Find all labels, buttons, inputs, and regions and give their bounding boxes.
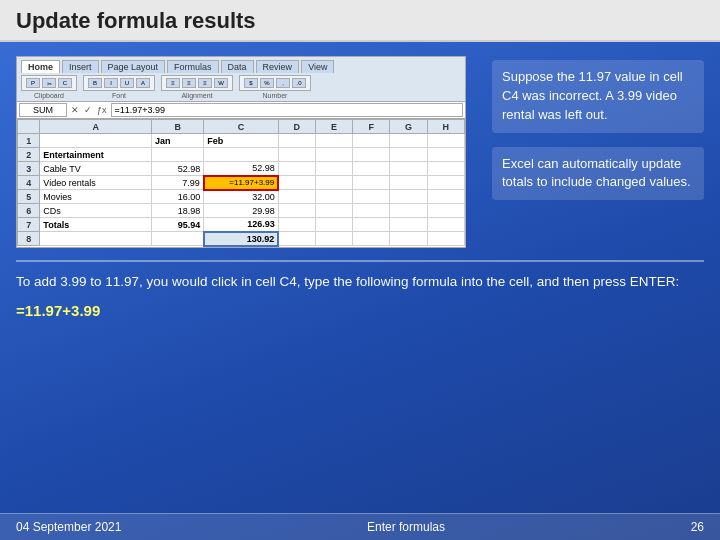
ribbon-tab-review[interactable]: Review [256,60,300,73]
cell-h8[interactable] [427,232,464,246]
bold-icon[interactable]: B [88,78,102,88]
cell-c2[interactable] [204,148,279,162]
percent-icon[interactable]: % [260,78,274,88]
cell-d4[interactable] [278,176,315,190]
paste-icon[interactable]: P [26,78,40,88]
cell-h5[interactable] [427,190,464,204]
cell-g7[interactable] [390,218,427,232]
fontsize-icon[interactable]: A [136,78,150,88]
cell-g4[interactable] [390,176,427,190]
info-text-1: Suppose the 11.97 value in cell C4 was i… [502,69,683,122]
cell-c1[interactable]: Feb [204,134,279,148]
cell-b2[interactable] [152,148,204,162]
comma-icon[interactable]: , [276,78,290,88]
currency-icon[interactable]: $ [244,78,258,88]
cell-f8[interactable] [353,232,390,246]
formula-input[interactable]: =11.97+3.99 [111,103,463,117]
ribbon-tab-insert[interactable]: Insert [62,60,99,73]
cell-b7[interactable]: 95.94 [152,218,204,232]
cell-f2[interactable] [353,148,390,162]
cell-c5[interactable]: 32.00 [204,190,279,204]
cell-a6[interactable]: CDs [40,204,152,218]
cell-e8[interactable] [315,232,352,246]
cell-h6[interactable] [427,204,464,218]
cell-e5[interactable] [315,190,352,204]
cell-b8[interactable] [152,232,204,246]
cell-a3[interactable]: Cable TV [40,162,152,176]
font-icons: B I U A [88,78,150,88]
cut-icon[interactable]: ✂ [42,78,56,88]
cell-a4[interactable]: Video rentals [40,176,152,190]
col-header-c: C [204,120,279,134]
cell-f5[interactable] [353,190,390,204]
copy-icon[interactable]: C [58,78,72,88]
cell-d7[interactable] [278,218,315,232]
cell-h2[interactable] [427,148,464,162]
cell-f7[interactable] [353,218,390,232]
align-right-icon[interactable]: ≡ [198,78,212,88]
cell-b6[interactable]: 18.98 [152,204,204,218]
cell-e4[interactable] [315,176,352,190]
underline-icon[interactable]: U [120,78,134,88]
cell-h4[interactable] [427,176,464,190]
col-header-e: E [315,120,352,134]
ribbon-tab-data[interactable]: Data [221,60,254,73]
cell-b3[interactable]: 52.98 [152,162,204,176]
cell-g5[interactable] [390,190,427,204]
cell-f1[interactable] [353,134,390,148]
ribbon-tab-formulas[interactable]: Formulas [167,60,219,73]
cell-d1[interactable] [278,134,315,148]
cell-a5[interactable]: Movies [40,190,152,204]
cell-h1[interactable] [427,134,464,148]
cell-c4[interactable]: =11.97+3.99 [204,176,279,190]
cell-d5[interactable] [278,190,315,204]
cell-d2[interactable] [278,148,315,162]
cell-f6[interactable] [353,204,390,218]
cell-g1[interactable] [390,134,427,148]
cell-f4[interactable] [353,176,390,190]
cell-a2[interactable]: Entertainment [40,148,152,162]
cell-d8[interactable] [278,232,315,246]
clipboard-group: P ✂ C [21,75,77,91]
cell-c7[interactable]: 126.93 [204,218,279,232]
cell-d6[interactable] [278,204,315,218]
wrap-icon[interactable]: W [214,78,228,88]
align-left-icon[interactable]: ≡ [166,78,180,88]
name-box[interactable]: SUM [19,103,67,117]
ribbon-tab-view[interactable]: View [301,60,334,73]
cell-f3[interactable] [353,162,390,176]
cell-c3[interactable]: 52.98 [204,162,279,176]
cell-c6[interactable]: 29.98 [204,204,279,218]
cell-g2[interactable] [390,148,427,162]
cell-e6[interactable] [315,204,352,218]
cell-a1[interactable] [40,134,152,148]
cancel-formula-icon[interactable]: ✕ [69,105,81,115]
cell-h3[interactable] [427,162,464,176]
cell-b5[interactable]: 16.00 [152,190,204,204]
spreadsheet-area: Home Insert Page Layout Formulas Data Re… [16,56,476,248]
cell-b1[interactable]: Jan [152,134,204,148]
col-header-f: F [353,120,390,134]
ribbon-group-clipboard: P ✂ C Clipboard [21,75,77,99]
cell-a7[interactable]: Totals [40,218,152,232]
cell-b4[interactable]: 7.99 [152,176,204,190]
cell-e7[interactable] [315,218,352,232]
cell-a8[interactable] [40,232,152,246]
cell-g8[interactable] [390,232,427,246]
insert-function-icon[interactable]: ƒx [95,105,109,115]
col-header-h: H [427,120,464,134]
cell-h7[interactable] [427,218,464,232]
confirm-formula-icon[interactable]: ✓ [82,105,94,115]
decimal-icon[interactable]: .0 [292,78,306,88]
cell-d3[interactable] [278,162,315,176]
cell-e1[interactable] [315,134,352,148]
italic-icon[interactable]: I [104,78,118,88]
align-center-icon[interactable]: ≡ [182,78,196,88]
cell-e2[interactable] [315,148,352,162]
ribbon-tab-home[interactable]: Home [21,60,60,73]
cell-e3[interactable] [315,162,352,176]
cell-c8[interactable]: 130.92 [204,232,279,246]
cell-g3[interactable] [390,162,427,176]
cell-g6[interactable] [390,204,427,218]
ribbon-tab-pagelayout[interactable]: Page Layout [101,60,166,73]
